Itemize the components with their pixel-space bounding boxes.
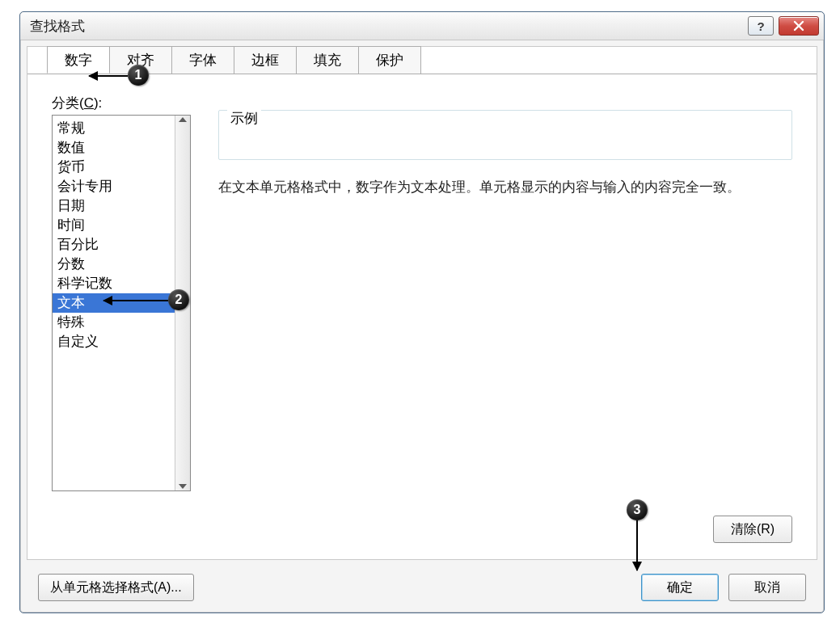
category-label: 分类(C):: [52, 94, 102, 112]
tab-border[interactable]: 边框: [234, 46, 297, 74]
example-label: 示例: [227, 109, 261, 128]
list-item-time[interactable]: 时间: [53, 216, 175, 235]
tab-label: 数字: [65, 51, 92, 69]
cancel-label: 取消: [754, 579, 780, 596]
from-cell-label: 从单元格选择格式(A)...: [50, 579, 182, 596]
annotation-arrow-3: [636, 520, 638, 570]
annotation-arrow-2: [103, 300, 168, 301]
dialog-footer: 从单元格选择格式(A)... 确定 取消: [27, 569, 817, 601]
close-button[interactable]: [779, 16, 819, 36]
annotation-badge-1: 1: [128, 65, 149, 86]
list-item-number[interactable]: 数值: [53, 138, 175, 158]
clear-button-label: 清除(R): [731, 521, 775, 538]
clear-button[interactable]: 清除(R): [713, 516, 792, 543]
annotation-arrow-1: [89, 75, 128, 77]
scroll-down-icon: [179, 484, 187, 489]
example-groupbox: 示例: [218, 110, 792, 160]
annotation-badge-3: 3: [627, 499, 648, 520]
titlebar: 查找格式 ?: [20, 12, 824, 40]
help-icon: ?: [757, 19, 764, 33]
annotation-badge-2: 2: [168, 289, 189, 310]
ok-label: 确定: [667, 579, 693, 596]
tab-protection[interactable]: 保护: [358, 46, 421, 74]
tab-label: 保护: [376, 51, 403, 69]
dialog-title: 查找格式: [30, 17, 85, 36]
tab-label: 填充: [314, 51, 341, 69]
list-item-accounting[interactable]: 会计专用: [53, 177, 175, 196]
list-item-scientific[interactable]: 科学记数: [53, 274, 175, 293]
list-item-custom[interactable]: 自定义: [53, 332, 175, 351]
list-item-currency[interactable]: 货币: [53, 158, 175, 177]
category-list: 常规 数值 货币 会计专用 日期 时间 百分比 分数 科学记数 文本 特殊 自定…: [53, 116, 175, 490]
help-button[interactable]: ?: [748, 16, 774, 36]
tab-fill[interactable]: 填充: [296, 46, 359, 74]
tab-font[interactable]: 字体: [171, 46, 234, 74]
list-item-date[interactable]: 日期: [53, 196, 175, 216]
list-item-general[interactable]: 常规: [53, 119, 175, 138]
choose-format-from-cell-button[interactable]: 从单元格选择格式(A)...: [38, 574, 194, 601]
tab-strip: 数字 对齐 字体 边框 填充 保护: [47, 46, 420, 75]
content-panel: 数字 对齐 字体 边框 填充 保护 分类(: [27, 46, 817, 560]
cancel-button[interactable]: 取消: [728, 574, 806, 601]
scroll-up-icon: [179, 117, 187, 122]
tab-label: 边框: [251, 51, 279, 69]
format-description: 在文本单元格格式中，数字作为文本处理。单元格显示的内容与输入的内容完全一致。: [218, 176, 792, 199]
tab-label: 字体: [189, 51, 217, 69]
list-item-text[interactable]: 文本: [53, 293, 175, 313]
tab-number[interactable]: 数字: [47, 46, 110, 74]
close-icon: [791, 19, 806, 33]
list-item-percent[interactable]: 百分比: [53, 235, 175, 255]
find-format-dialog: 查找格式 ? 数字 对齐 字体: [19, 11, 825, 613]
ok-button[interactable]: 确定: [641, 574, 719, 601]
list-item-fraction[interactable]: 分数: [53, 255, 175, 274]
list-item-special[interactable]: 特殊: [53, 313, 175, 332]
